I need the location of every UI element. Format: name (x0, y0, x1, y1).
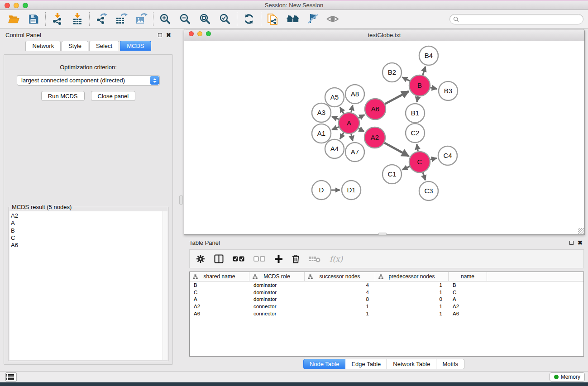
network-minimize-button[interactable] (197, 31, 202, 36)
node-C4[interactable]: C4 (438, 146, 457, 165)
duplicate-network-icon[interactable] (266, 12, 280, 26)
edge-B-B1[interactable] (417, 96, 418, 102)
tab-mcds[interactable]: MCDS (120, 41, 151, 51)
search-input[interactable] (461, 16, 583, 23)
edge-B-B2[interactable] (402, 77, 410, 81)
tab-select[interactable]: Select (89, 41, 119, 51)
node-A3[interactable]: A3 (312, 103, 331, 122)
column-header-name[interactable]: name (449, 272, 487, 281)
node-D1[interactable]: D1 (342, 181, 361, 200)
column-header-predecessor-nodes[interactable]: predecessor nodes (375, 272, 449, 281)
node-A2[interactable]: A2 (364, 127, 385, 148)
zoom-fit-icon[interactable] (198, 12, 212, 26)
edge-A-A8[interactable] (351, 105, 353, 112)
network-close-button[interactable] (189, 31, 194, 36)
criterion-select[interactable]: largest connected component (directed) (17, 75, 160, 86)
edge-A-A4[interactable] (340, 133, 344, 139)
node-A5[interactable]: A5 (325, 88, 344, 107)
table-options-gear-icon[interactable] (196, 254, 205, 263)
minimize-window-button[interactable] (14, 3, 19, 8)
float-panel-icon[interactable] (158, 33, 162, 37)
show-eye-icon[interactable] (326, 12, 339, 26)
resize-grip[interactable] (578, 228, 584, 234)
network-window-titlebar[interactable]: testGlobe.txt (184, 29, 584, 41)
table-row[interactable]: Bdominator41B (190, 281, 583, 289)
network-canvas[interactable]: B4B2BB3A5A8A6A3B1AA1C2A2A4A7C4CC1DD1C3 (184, 41, 584, 234)
edge-A-A6[interactable] (359, 115, 364, 118)
table-row[interactable]: A6connector11A6 (190, 310, 583, 317)
edge-A6-B[interactable] (385, 91, 409, 104)
float-table-panel-icon[interactable] (569, 241, 574, 245)
save-session-icon[interactable] (27, 12, 40, 26)
tab-motifs[interactable]: Motifs (436, 359, 464, 369)
delete-column-trash-icon[interactable] (292, 254, 300, 263)
node-C3[interactable]: C3 (419, 181, 438, 200)
result-item[interactable]: A (10, 219, 167, 227)
node-B[interactable]: B (409, 75, 430, 96)
edge-B-B3[interactable] (430, 87, 437, 89)
search-field[interactable] (449, 14, 583, 24)
node-A8[interactable]: A8 (345, 85, 364, 104)
close-panel-button[interactable]: Close panel (91, 91, 136, 101)
result-item[interactable]: A2 (10, 212, 167, 219)
export-table-icon[interactable] (115, 12, 128, 26)
zoom-selected-icon[interactable] (218, 12, 232, 26)
refresh-icon[interactable] (242, 12, 256, 26)
node-C2[interactable]: C2 (406, 124, 425, 143)
tab-node-table[interactable]: Node Table (303, 359, 346, 369)
node-C[interactable]: C (409, 152, 430, 172)
create-column-plus-icon[interactable] (274, 255, 283, 263)
node-B1[interactable]: B1 (406, 104, 425, 123)
network-zoom-button[interactable] (206, 31, 211, 36)
zoom-window-button[interactable] (23, 3, 28, 8)
table-row[interactable]: A2connector11A2 (190, 303, 583, 310)
tab-style[interactable]: Style (62, 41, 88, 51)
node-B3[interactable]: B3 (439, 81, 458, 100)
result-item[interactable]: A6 (10, 242, 167, 249)
edge-B-B4[interactable] (423, 67, 425, 75)
import-network-icon[interactable] (51, 12, 64, 26)
deselect-all-icon[interactable] (253, 256, 265, 262)
tab-edge-table[interactable]: Edge Table (345, 359, 387, 369)
open-session-icon[interactable] (7, 12, 20, 26)
result-scrollbar[interactable] (163, 211, 167, 360)
node-A6[interactable]: A6 (365, 99, 386, 119)
column-header-successor-nodes[interactable]: successor nodes (305, 272, 375, 281)
splitter-handle-vertical[interactable] (179, 195, 183, 205)
show-columns-icon[interactable] (214, 254, 224, 263)
run-mcds-button[interactable]: Run MCDS (41, 91, 85, 101)
edge-C-C1[interactable] (402, 167, 410, 170)
task-history-button[interactable] (5, 372, 17, 381)
export-network-icon[interactable] (95, 12, 108, 26)
close-window-button[interactable] (5, 3, 10, 8)
node-A4[interactable]: A4 (325, 139, 344, 158)
edge-A-A3[interactable] (332, 117, 339, 119)
node-A1[interactable]: A1 (312, 124, 331, 143)
column-header-MCDS-role[interactable]: MCDS role (249, 272, 305, 281)
node-B2[interactable]: B2 (382, 63, 402, 82)
close-panel-icon[interactable]: ✖ (166, 32, 171, 38)
result-item[interactable]: C (10, 234, 167, 242)
select-all-icon[interactable] (233, 256, 244, 262)
splitter-handle-horizontal[interactable] (378, 233, 387, 236)
export-image-icon[interactable] (134, 12, 148, 26)
edge-C-C2[interactable] (417, 144, 418, 152)
zoom-in-icon[interactable] (158, 12, 172, 26)
edge-A-A5[interactable] (340, 107, 344, 114)
node-D[interactable]: D (312, 181, 331, 200)
memory-button[interactable]: Memory (550, 372, 585, 381)
node-C1[interactable]: C1 (382, 165, 402, 184)
edge-A-A1[interactable] (332, 127, 339, 129)
edge-A-A7[interactable] (351, 134, 353, 141)
table-row[interactable]: Cdominator41C (190, 289, 583, 296)
tab-network[interactable]: Network (25, 41, 61, 51)
tab-network-table[interactable]: Network Table (387, 359, 436, 369)
edge-A-A2[interactable] (359, 129, 364, 132)
table-row[interactable]: Adominator80A (190, 296, 583, 303)
result-item[interactable]: B (10, 227, 167, 234)
column-header-shared-name[interactable]: shared name (190, 272, 249, 281)
close-table-panel-icon[interactable]: ✖ (578, 240, 583, 246)
zoom-out-icon[interactable] (178, 12, 192, 26)
import-table-icon[interactable] (71, 12, 84, 26)
node-A7[interactable]: A7 (345, 143, 364, 162)
